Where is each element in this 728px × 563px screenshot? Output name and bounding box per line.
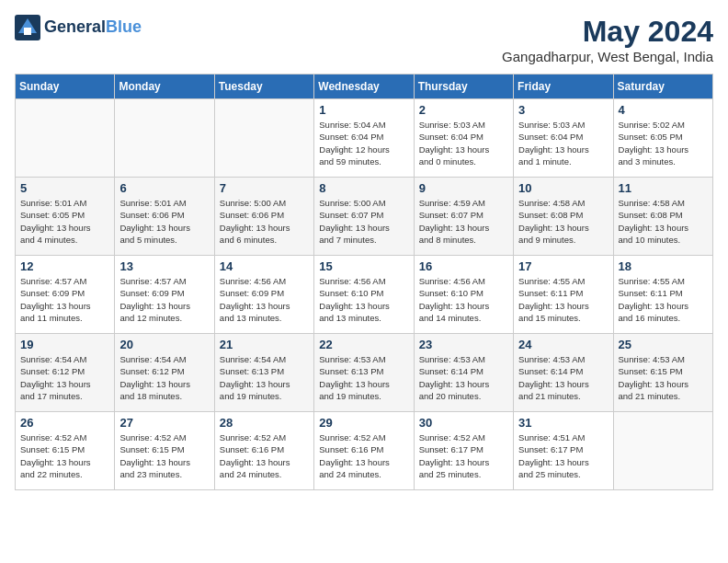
day-info: Sunrise: 4:56 AM Sunset: 6:09 PM Dayligh… — [220, 275, 309, 324]
day-number: 30 — [419, 416, 508, 430]
day-number: 25 — [619, 338, 708, 351]
day-info: Sunrise: 5:02 AM Sunset: 6:05 PM Dayligh… — [619, 119, 708, 167]
day-number: 8 — [319, 181, 408, 195]
calendar-week-row: 1Sunrise: 5:04 AM Sunset: 6:04 PM Daylig… — [16, 99, 713, 178]
calendar-cell: 29Sunrise: 4:52 AM Sunset: 6:16 PM Dayli… — [314, 412, 414, 490]
day-number: 20 — [119, 338, 209, 351]
weekday-header-saturday: Saturday — [613, 75, 712, 99]
calendar-cell: 17Sunrise: 4:55 AM Sunset: 6:11 PM Dayli… — [514, 256, 613, 334]
calendar-cell: 15Sunrise: 4:56 AM Sunset: 6:10 PM Dayli… — [314, 256, 414, 334]
calendar-cell: 6Sunrise: 5:01 AM Sunset: 6:06 PM Daylig… — [115, 178, 214, 256]
day-info: Sunrise: 4:52 AM Sunset: 6:17 PM Dayligh… — [419, 431, 508, 480]
calendar-week-row: 12Sunrise: 4:57 AM Sunset: 6:09 PM Dayli… — [16, 256, 713, 334]
calendar-cell: 7Sunrise: 5:00 AM Sunset: 6:06 PM Daylig… — [214, 178, 313, 256]
day-number: 27 — [119, 416, 209, 430]
calendar-cell — [613, 412, 712, 490]
calendar-week-row: 5Sunrise: 5:01 AM Sunset: 6:05 PM Daylig… — [16, 178, 713, 256]
calendar-cell: 21Sunrise: 4:54 AM Sunset: 6:13 PM Dayli… — [214, 334, 313, 412]
weekday-header-wednesday: Wednesday — [314, 75, 414, 99]
calendar-cell — [115, 99, 214, 178]
day-number: 21 — [220, 338, 309, 351]
calendar-cell: 19Sunrise: 4:54 AM Sunset: 6:12 PM Dayli… — [16, 334, 115, 412]
day-number: 7 — [220, 181, 309, 195]
calendar-cell: 11Sunrise: 4:58 AM Sunset: 6:08 PM Dayli… — [613, 178, 712, 256]
weekday-header-friday: Friday — [514, 75, 613, 99]
calendar-cell: 12Sunrise: 4:57 AM Sunset: 6:09 PM Dayli… — [16, 256, 115, 334]
day-info: Sunrise: 4:52 AM Sunset: 6:16 PM Dayligh… — [319, 431, 408, 480]
day-number: 16 — [419, 259, 508, 273]
calendar-cell: 31Sunrise: 4:51 AM Sunset: 6:17 PM Dayli… — [514, 412, 613, 490]
day-number: 12 — [20, 259, 109, 273]
day-number: 1 — [319, 103, 408, 117]
day-info: Sunrise: 4:52 AM Sunset: 6:15 PM Dayligh… — [20, 431, 109, 480]
day-info: Sunrise: 4:53 AM Sunset: 6:14 PM Dayligh… — [419, 353, 508, 402]
logo-icon — [15, 15, 40, 40]
calendar-week-row: 19Sunrise: 4:54 AM Sunset: 6:12 PM Dayli… — [16, 334, 713, 412]
day-info: Sunrise: 5:00 AM Sunset: 6:06 PM Dayligh… — [220, 197, 309, 246]
day-number: 24 — [518, 338, 608, 351]
day-info: Sunrise: 5:04 AM Sunset: 6:04 PM Dayligh… — [319, 119, 408, 167]
calendar-week-row: 26Sunrise: 4:52 AM Sunset: 6:15 PM Dayli… — [16, 412, 713, 490]
location: Gangadharpur, West Bengal, India — [502, 49, 713, 64]
calendar-cell: 3Sunrise: 5:03 AM Sunset: 6:04 PM Daylig… — [514, 99, 613, 178]
calendar-cell: 20Sunrise: 4:54 AM Sunset: 6:12 PM Dayli… — [115, 334, 214, 412]
day-number: 22 — [319, 338, 408, 351]
weekday-header-thursday: Thursday — [414, 75, 513, 99]
calendar-cell: 25Sunrise: 4:53 AM Sunset: 6:15 PM Dayli… — [613, 334, 712, 412]
calendar-cell: 14Sunrise: 4:56 AM Sunset: 6:09 PM Dayli… — [214, 256, 313, 334]
day-number: 17 — [518, 259, 608, 273]
calendar-cell: 22Sunrise: 4:53 AM Sunset: 6:13 PM Dayli… — [314, 334, 414, 412]
calendar-cell: 28Sunrise: 4:52 AM Sunset: 6:16 PM Dayli… — [214, 412, 313, 490]
day-info: Sunrise: 5:03 AM Sunset: 6:04 PM Dayligh… — [419, 119, 508, 167]
day-number: 11 — [619, 181, 708, 195]
day-number: 3 — [518, 103, 608, 117]
calendar-cell: 10Sunrise: 4:58 AM Sunset: 6:08 PM Dayli… — [514, 178, 613, 256]
day-info: Sunrise: 4:55 AM Sunset: 6:11 PM Dayligh… — [619, 275, 708, 324]
calendar-cell — [214, 99, 313, 178]
day-info: Sunrise: 5:03 AM Sunset: 6:04 PM Dayligh… — [518, 119, 608, 167]
title-area: May 2024 Gangadharpur, West Bengal, Indi… — [502, 15, 713, 64]
day-number: 4 — [619, 103, 708, 117]
calendar-cell: 18Sunrise: 4:55 AM Sunset: 6:11 PM Dayli… — [613, 256, 712, 334]
day-info: Sunrise: 4:55 AM Sunset: 6:11 PM Dayligh… — [518, 275, 608, 324]
day-info: Sunrise: 4:53 AM Sunset: 6:14 PM Dayligh… — [518, 353, 608, 402]
day-info: Sunrise: 4:58 AM Sunset: 6:08 PM Dayligh… — [619, 197, 708, 246]
svg-rect-2 — [24, 28, 31, 35]
day-info: Sunrise: 4:54 AM Sunset: 6:12 PM Dayligh… — [20, 353, 109, 402]
day-info: Sunrise: 4:52 AM Sunset: 6:16 PM Dayligh… — [220, 431, 309, 480]
calendar-cell: 23Sunrise: 4:53 AM Sunset: 6:14 PM Dayli… — [414, 334, 513, 412]
calendar-cell: 4Sunrise: 5:02 AM Sunset: 6:05 PM Daylig… — [613, 99, 712, 178]
day-number: 23 — [419, 338, 508, 351]
day-info: Sunrise: 5:00 AM Sunset: 6:07 PM Dayligh… — [319, 197, 408, 246]
weekday-header-row: SundayMondayTuesdayWednesdayThursdayFrid… — [16, 75, 713, 99]
day-number: 5 — [20, 181, 109, 195]
month-title: May 2024 — [502, 15, 713, 49]
day-info: Sunrise: 4:54 AM Sunset: 6:12 PM Dayligh… — [119, 353, 209, 402]
calendar-cell — [16, 99, 115, 178]
calendar-cell: 30Sunrise: 4:52 AM Sunset: 6:17 PM Dayli… — [414, 412, 513, 490]
page-header: GeneralBlue May 2024 Gangadharpur, West … — [15, 15, 713, 64]
day-number: 9 — [419, 181, 508, 195]
day-info: Sunrise: 4:52 AM Sunset: 6:15 PM Dayligh… — [119, 431, 209, 480]
calendar-cell: 24Sunrise: 4:53 AM Sunset: 6:14 PM Dayli… — [514, 334, 613, 412]
day-number: 19 — [20, 338, 109, 351]
day-info: Sunrise: 4:58 AM Sunset: 6:08 PM Dayligh… — [518, 197, 608, 246]
weekday-header-sunday: Sunday — [16, 75, 115, 99]
day-info: Sunrise: 4:59 AM Sunset: 6:07 PM Dayligh… — [419, 197, 508, 246]
calendar-cell: 8Sunrise: 5:00 AM Sunset: 6:07 PM Daylig… — [314, 178, 414, 256]
day-number: 13 — [119, 259, 209, 273]
day-number: 29 — [319, 416, 408, 430]
calendar-cell: 26Sunrise: 4:52 AM Sunset: 6:15 PM Dayli… — [16, 412, 115, 490]
calendar-table: SundayMondayTuesdayWednesdayThursdayFrid… — [15, 74, 713, 490]
calendar-cell: 2Sunrise: 5:03 AM Sunset: 6:04 PM Daylig… — [414, 99, 513, 178]
day-info: Sunrise: 5:01 AM Sunset: 6:06 PM Dayligh… — [119, 197, 209, 246]
day-info: Sunrise: 4:53 AM Sunset: 6:15 PM Dayligh… — [619, 353, 708, 402]
day-number: 26 — [20, 416, 109, 430]
day-number: 10 — [518, 181, 608, 195]
day-number: 18 — [619, 259, 708, 273]
day-number: 2 — [419, 103, 508, 117]
calendar-cell: 27Sunrise: 4:52 AM Sunset: 6:15 PM Dayli… — [115, 412, 214, 490]
calendar-cell: 16Sunrise: 4:56 AM Sunset: 6:10 PM Dayli… — [414, 256, 513, 334]
weekday-header-tuesday: Tuesday — [214, 75, 313, 99]
day-info: Sunrise: 4:56 AM Sunset: 6:10 PM Dayligh… — [319, 275, 408, 324]
